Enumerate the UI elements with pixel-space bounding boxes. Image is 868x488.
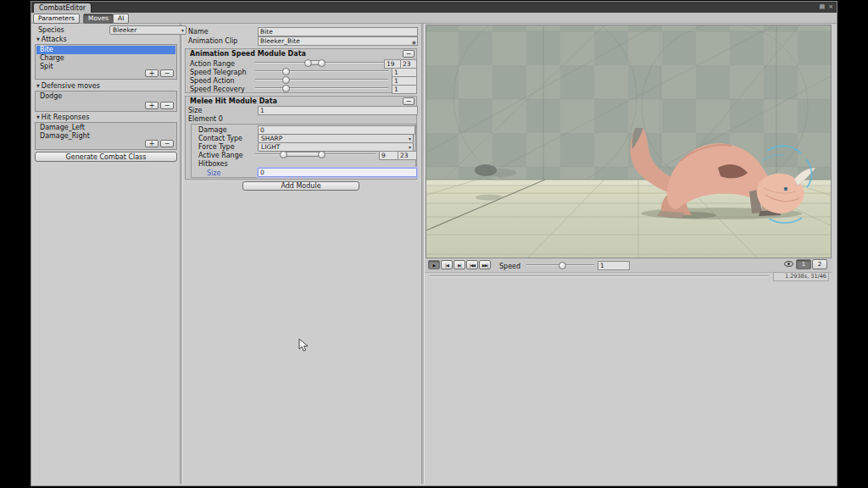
preview-scene <box>426 25 831 258</box>
speed-action-label: Speed Action <box>190 77 235 85</box>
step-forward-button[interactable]: ▶| <box>453 260 465 269</box>
remove-attack-button[interactable]: − <box>160 69 174 77</box>
speed-recovery-slider[interactable] <box>255 85 388 92</box>
preview-speed-slider[interactable] <box>526 262 594 269</box>
tab-parameters[interactable]: Parameters <box>33 14 80 24</box>
add-attack-button[interactable]: + <box>145 69 159 77</box>
contact-type-value: SHARP <box>261 135 282 142</box>
hit-responses-foldout-label: Hit Responses <box>42 114 90 121</box>
hitbox-size-field[interactable]: 0 <box>258 168 417 177</box>
slider-range-bar[interactable] <box>283 152 323 157</box>
window-close-icon[interactable]: × <box>828 3 833 10</box>
tab-ai[interactable]: AI <box>113 14 129 24</box>
species-dropdown[interactable]: Bleeker ▾ <box>109 25 186 35</box>
name-label: Name <box>188 28 209 36</box>
action-range-slider[interactable] <box>255 59 387 66</box>
add-hit-response-button[interactable]: + <box>145 140 159 147</box>
chevron-down-icon: ▾ <box>409 135 411 142</box>
melee-size-field[interactable]: 1 <box>258 106 418 115</box>
preview-info-row: 1.2938s, 31/46 <box>425 272 832 280</box>
attacks-foldout[interactable]: ▼Attacks <box>36 36 67 43</box>
slider-handle[interactable] <box>282 85 290 92</box>
chevron-down-icon: ▾ <box>409 143 411 151</box>
defensive-foldout[interactable]: ▼Defensive moves <box>36 82 100 90</box>
slider-handle[interactable] <box>282 76 290 84</box>
speed-action-slider[interactable] <box>255 76 388 83</box>
attacks-foldout-label: Attacks <box>42 36 67 43</box>
active-range-max-field[interactable]: 23 <box>398 151 417 160</box>
melee-hit-module-title: Melee Hit Module Data <box>190 97 277 105</box>
remove-defensive-button[interactable]: − <box>160 102 174 109</box>
step-back-button[interactable]: |◀ <box>441 260 453 269</box>
speed-telegraph-slider[interactable] <box>255 68 388 75</box>
chevron-down-icon: ▾ <box>181 26 184 34</box>
window-title: CombatEditor <box>39 4 86 12</box>
animation-clip-label: Animation Clip <box>188 37 237 45</box>
foldout-arrow-icon: ▼ <box>36 114 40 119</box>
list-item-dodge[interactable]: Dodge <box>36 92 175 101</box>
preview-speed-field[interactable]: 1 <box>598 261 630 270</box>
slider-track <box>255 79 388 80</box>
attacks-list: Bite Charge Spit + − <box>35 44 177 80</box>
defensive-list: Dodge + − <box>35 91 177 112</box>
list-item-damage-left[interactable]: Damage_Left <box>36 124 175 132</box>
slider-track <box>255 70 388 72</box>
active-range-label: Active Range <box>198 152 243 159</box>
tab-moves[interactable]: Moves <box>83 14 114 24</box>
window-titlebar: CombatEditor ▤ × <box>31 2 837 13</box>
species-label: Species <box>38 26 64 34</box>
defensive-foldout-label: Defensive moves <box>42 82 100 90</box>
hit-responses-foldout[interactable]: ▼Hit Responses <box>36 114 89 121</box>
foldout-arrow-icon: ▼ <box>36 36 40 42</box>
layer-2-button[interactable]: 2 <box>812 259 827 269</box>
contact-type-label: Contact Type <box>198 135 242 142</box>
divider-middle-right[interactable] <box>421 24 425 484</box>
hit-responses-list: Damage_Left Damage_Right + − <box>35 122 177 150</box>
slider-max-handle[interactable] <box>318 151 326 158</box>
speed-recovery-field[interactable]: 1 <box>392 85 417 94</box>
hitbox-size-label: Size <box>207 169 220 177</box>
slider-handle[interactable] <box>559 262 566 269</box>
add-module-button[interactable]: Add Module <box>242 181 359 191</box>
speed-label: Speed <box>499 263 520 270</box>
eye-icon <box>784 260 793 268</box>
desktop: CombatEditor ▤ × ▪ Parameters Moves AI S… <box>0 0 868 488</box>
window-menu-icon[interactable]: ▤ <box>819 3 825 10</box>
animation-clip-field[interactable]: Bleeker_Bite ◉ <box>258 36 418 46</box>
slider-handle[interactable] <box>282 68 290 75</box>
animation-clip-value: Bleeker_Bite <box>260 37 300 45</box>
speed-recovery-label: Speed Recovery <box>190 86 245 93</box>
force-type-label: Force Type <box>198 143 235 151</box>
name-field[interactable]: Bite <box>258 27 418 36</box>
combat-editor-window: CombatEditor ▤ × ▪ Parameters Moves AI S… <box>31 1 837 486</box>
timeline-scrubber[interactable] <box>430 275 769 277</box>
element-label: Element 0 <box>188 115 223 123</box>
slider-min-handle[interactable] <box>280 151 287 158</box>
remove-speed-module-button[interactable]: − <box>403 50 415 58</box>
visibility-toggle-button[interactable] <box>782 260 794 269</box>
time-frame-label: 1.2938s, 31/46 <box>773 272 829 281</box>
action-range-label: Action Range <box>190 60 235 68</box>
melee-size-label: Size <box>188 107 202 114</box>
active-range-min-field[interactable]: 9 <box>379 151 398 160</box>
list-item-charge[interactable]: Charge <box>36 54 175 63</box>
force-type-value: LIGHT <box>261 143 280 151</box>
species-value: Bleeker <box>113 26 136 34</box>
speed-telegraph-label: Speed Telegraph <box>190 69 247 76</box>
play-button[interactable]: ▶ <box>428 260 440 269</box>
slider-track <box>255 87 388 89</box>
animation-preview[interactable] <box>426 25 832 258</box>
generate-combat-class-button[interactable]: Generate Combat Class <box>35 152 177 162</box>
remove-hit-response-button[interactable]: − <box>160 140 174 147</box>
go-to-start-button[interactable]: |◀◀ <box>466 260 478 269</box>
slider-min-handle[interactable] <box>304 59 312 67</box>
list-item-bite[interactable]: Bite <box>36 46 175 54</box>
active-range-slider[interactable] <box>255 151 376 158</box>
go-to-end-button[interactable]: ▶▶| <box>479 260 491 269</box>
layer-1-button[interactable]: 1 <box>796 259 811 269</box>
add-defensive-button[interactable]: + <box>145 102 159 109</box>
object-picker-icon[interactable]: ◉ <box>412 38 416 46</box>
remove-melee-module-button[interactable]: − <box>403 97 415 105</box>
slider-max-handle[interactable] <box>318 59 326 67</box>
divider-left-middle[interactable] <box>180 24 183 484</box>
